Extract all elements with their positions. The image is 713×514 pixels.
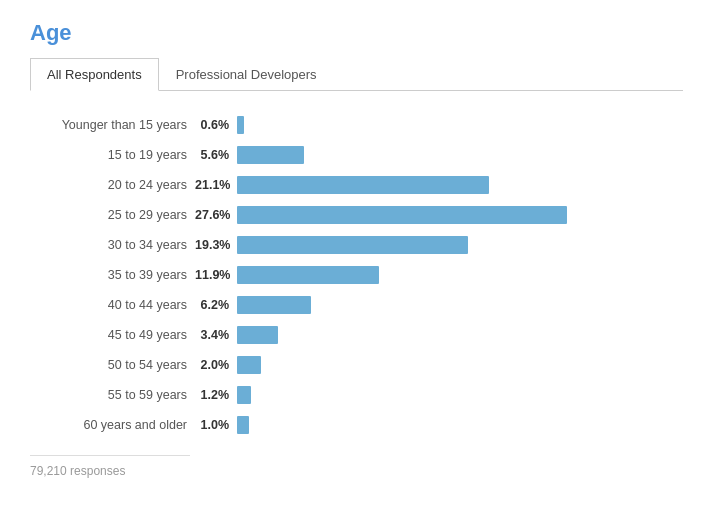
- bar: [237, 116, 244, 134]
- row-pct: 0.6%: [195, 118, 237, 132]
- bar: [237, 176, 489, 194]
- bar: [237, 236, 468, 254]
- chart-row: 60 years and older1.0%: [40, 415, 673, 435]
- chart-row: 20 to 24 years21.1%: [40, 175, 673, 195]
- chart-row: 40 to 44 years6.2%: [40, 295, 673, 315]
- bar-track: [237, 385, 673, 405]
- tab-bar: All Respondents Professional Developers: [30, 58, 683, 91]
- row-label: 60 years and older: [40, 418, 195, 432]
- bar: [237, 266, 379, 284]
- bar: [237, 386, 251, 404]
- bar-track: [237, 325, 673, 345]
- bar-track: [237, 265, 673, 285]
- bar-track: [237, 175, 673, 195]
- page-title: Age: [30, 20, 683, 46]
- bar: [237, 206, 567, 224]
- row-pct: 6.2%: [195, 298, 237, 312]
- bar-track: [237, 115, 673, 135]
- chart-row: Younger than 15 years0.6%: [40, 115, 673, 135]
- row-label: 15 to 19 years: [40, 148, 195, 162]
- chart-row: 50 to 54 years2.0%: [40, 355, 673, 375]
- bar-track: [237, 205, 673, 225]
- row-label: 30 to 34 years: [40, 238, 195, 252]
- tab-all-respondents[interactable]: All Respondents: [30, 58, 159, 91]
- row-label: 55 to 59 years: [40, 388, 195, 402]
- chart-row: 55 to 59 years1.2%: [40, 385, 673, 405]
- row-label: 40 to 44 years: [40, 298, 195, 312]
- row-label: 50 to 54 years: [40, 358, 195, 372]
- chart-row: 25 to 29 years27.6%: [40, 205, 673, 225]
- bar-track: [237, 355, 673, 375]
- row-pct: 1.0%: [195, 418, 237, 432]
- chart-row: 30 to 34 years19.3%: [40, 235, 673, 255]
- row-pct: 3.4%: [195, 328, 237, 342]
- bar-track: [237, 415, 673, 435]
- row-pct: 2.0%: [195, 358, 237, 372]
- row-label: 35 to 39 years: [40, 268, 195, 282]
- chart-container: Younger than 15 years0.6%15 to 19 years5…: [30, 115, 683, 435]
- row-label: 20 to 24 years: [40, 178, 195, 192]
- chart-row: 45 to 49 years3.4%: [40, 325, 673, 345]
- row-label: Younger than 15 years: [40, 118, 195, 132]
- row-pct: 21.1%: [195, 178, 237, 192]
- bar-track: [237, 295, 673, 315]
- row-pct: 19.3%: [195, 238, 237, 252]
- responses-note: 79,210 responses: [30, 455, 190, 478]
- bar: [237, 296, 311, 314]
- bar-track: [237, 145, 673, 165]
- chart-row: 35 to 39 years11.9%: [40, 265, 673, 285]
- chart-row: 15 to 19 years5.6%: [40, 145, 673, 165]
- bar: [237, 326, 278, 344]
- row-label: 45 to 49 years: [40, 328, 195, 342]
- row-pct: 27.6%: [195, 208, 237, 222]
- bar-track: [237, 235, 673, 255]
- bar: [237, 356, 261, 374]
- row-pct: 11.9%: [195, 268, 237, 282]
- row-pct: 5.6%: [195, 148, 237, 162]
- row-pct: 1.2%: [195, 388, 237, 402]
- tab-professional-developers[interactable]: Professional Developers: [159, 58, 334, 91]
- row-label: 25 to 29 years: [40, 208, 195, 222]
- bar: [237, 416, 249, 434]
- bar: [237, 146, 304, 164]
